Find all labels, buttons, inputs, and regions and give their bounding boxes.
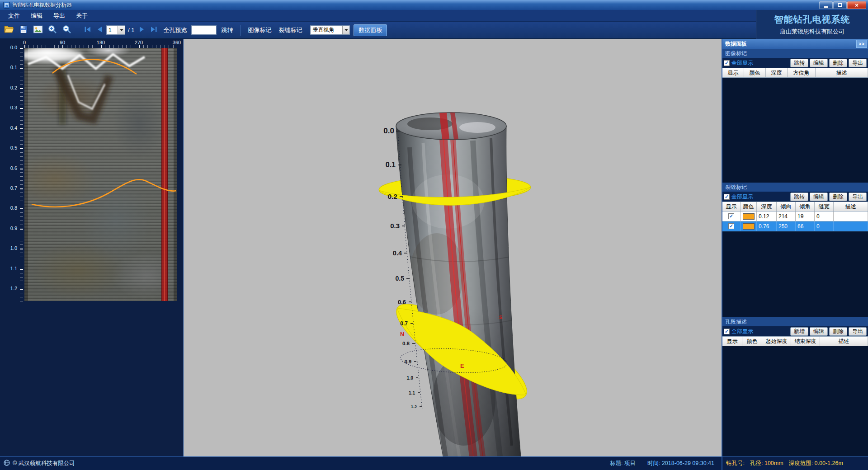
hole-desc-delete-button[interactable]: 删除 [829,327,847,336]
hole-desc-controls: 全部显示 新增 编辑 删除 导出 [722,326,868,336]
angle-tick-label: 180 [97,40,105,45]
status-bar: © 武汉领航科技有限公司 标题: 项目 时间: 2018-06-29 09:30… [0,456,868,470]
image-marks-delete-button[interactable]: 删除 [829,59,847,67]
angle-tick-label: 0 [23,40,26,45]
crack-mark-button[interactable]: 裂缝标记 [276,26,305,34]
open-file-button[interactable] [3,24,15,37]
title-bar[interactable]: 智能钻孔电视数据分析器 × [0,0,868,10]
image-marks-jump-button[interactable]: 跳转 [790,59,808,67]
crack-marks-table-header: 显示 颜色 深度 倾向 倾角 缝宽 描述 [722,202,868,212]
zoom-out-button[interactable] [61,24,73,37]
collapse-panel-button[interactable]: >> [856,40,867,48]
crack-marks-delete-button[interactable]: 删除 [829,193,847,201]
data-panel-title: 数据面板 [725,40,747,48]
view-mode-select[interactable]: 垂直视角 [310,25,350,35]
data-panel: 数据面板 >> 图像标记 全部显示 跳转 编辑 删除 导出 显示 颜色 深度 方… [722,39,868,456]
menu-bar: 文件 编辑 导出 关于 [0,10,868,22]
crack-depth-cell: 0.12 [757,212,777,221]
minimize-button[interactable] [819,1,833,9]
hole-desc-edit-button[interactable]: 编辑 [810,327,828,336]
svg-text:0.9: 0.9 [405,359,411,364]
crack-mark-row[interactable]: 0.12 214 19 0 [722,212,868,221]
depth-ruler [20,48,23,301]
compass-s-label: S [499,315,502,320]
menu-about[interactable]: 关于 [71,10,93,21]
row-color-swatch[interactable] [743,223,755,230]
image-marks-table-body[interactable] [722,78,868,183]
svg-text:0.7: 0.7 [400,320,408,327]
compass-e-label: E [460,362,464,369]
menu-export[interactable]: 导出 [48,10,71,21]
view-mode-value: 垂直视角 [311,26,342,34]
borehole-image[interactable] [24,48,177,301]
depth-tick-label: 0.4 [1,125,17,131]
depth-tick-label: 1.1 [1,266,17,271]
menu-edit[interactable]: 编辑 [25,10,48,21]
next-page-button[interactable] [137,25,147,35]
toolbar-separator [240,25,241,36]
menu-file[interactable]: 文件 [3,10,25,21]
crack-depth-cell: 0.76 [757,221,777,231]
crack-marks-jump-button[interactable]: 跳转 [790,193,808,201]
depth-tick-label: 0.2 [1,85,17,90]
svg-text:1.1: 1.1 [409,390,415,395]
hole-desc-add-button[interactable]: 新增 [790,327,808,336]
data-panel-header: 数据面板 >> [722,39,868,49]
hole-desc-show-all-label[interactable]: 全部显示 [731,328,753,335]
crack-desc-cell [834,221,868,231]
image-marks-show-all-checkbox[interactable] [724,60,730,66]
zoom-out-icon [62,24,72,36]
crack-trend-cell: 214 [777,212,796,221]
image-marks-show-all-label[interactable]: 全部显示 [731,59,753,67]
svg-text:0.2: 0.2 [387,193,397,200]
crack-marks-show-all-checkbox[interactable] [724,194,730,200]
save-button[interactable] [17,24,30,37]
data-panel-toggle-button[interactable]: 数据面板 [354,24,387,36]
image-marks-export-button[interactable]: 导出 [849,59,867,67]
hole-desc-table-body[interactable] [722,346,868,456]
crack-marks-edit-button[interactable]: 编辑 [810,193,828,201]
row-show-checkbox[interactable] [728,213,734,219]
hole-desc-show-all-checkbox[interactable] [724,329,730,334]
copyright-label: © 武汉领航科技有限公司 [13,460,75,467]
project-title-label: 标题: 项目 [610,460,636,467]
depth-tick-label: 0.8 [1,205,17,211]
crack-marks-export-button[interactable]: 导出 [849,193,867,201]
row-show-checkbox[interactable] [728,223,734,229]
depth-tick-label: 0.9 [1,226,17,231]
row-color-swatch[interactable] [743,213,755,220]
crack-marks-table-body[interactable] [722,231,868,317]
crack-dip-cell: 19 [796,212,815,221]
svg-text:1.0: 1.0 [406,375,413,381]
maximize-button[interactable] [833,1,847,9]
fracture-curve-2[interactable] [32,179,176,207]
full-preview-button[interactable]: 全孔预览 [160,26,189,34]
last-page-button[interactable] [149,25,159,35]
crack-width-cell: 0 [815,212,834,221]
close-button[interactable]: × [847,1,866,9]
crack-mark-row-selected[interactable]: 0.76 250 66 0 [722,221,868,231]
image-view-button[interactable] [32,24,44,37]
prev-page-icon [97,26,102,34]
minimize-icon [824,6,828,8]
jump-depth-input[interactable] [191,25,217,35]
image-mark-button[interactable]: 图像标记 [245,26,274,34]
crack-marks-show-all-label[interactable]: 全部显示 [731,193,753,201]
hole-desc-export-button[interactable]: 导出 [849,327,867,336]
app-window: 智能钻孔电视数据分析器 × 文件 编辑 导出 关于 [0,0,868,470]
borehole-image-panel: 0 90 180 270 360 0.0 0.1 0.2 0.3 0.4 0.5… [0,39,184,456]
crack-dip-cell: 66 [796,221,815,231]
first-page-icon [84,26,91,34]
viewer-3d[interactable]: N E S 0.0 0.1 0.2 0.3 0.4 0.5 0.6 0.7 0.… [184,39,722,456]
crack-trend-cell: 250 [777,221,796,231]
chevron-down-icon[interactable] [118,26,125,34]
chevron-down-icon[interactable] [342,26,349,34]
first-page-button[interactable] [83,25,93,35]
angle-tick-label: 270 [135,40,143,45]
jump-button[interactable]: 跳转 [218,26,236,34]
image-marks-edit-button[interactable]: 编辑 [810,59,828,67]
brand-subtitle: 唐山莱锐思科技有限公司 [780,28,844,36]
prev-page-button[interactable] [94,25,104,35]
zoom-in-button[interactable] [46,24,59,37]
page-select[interactable]: 1 [106,25,125,35]
